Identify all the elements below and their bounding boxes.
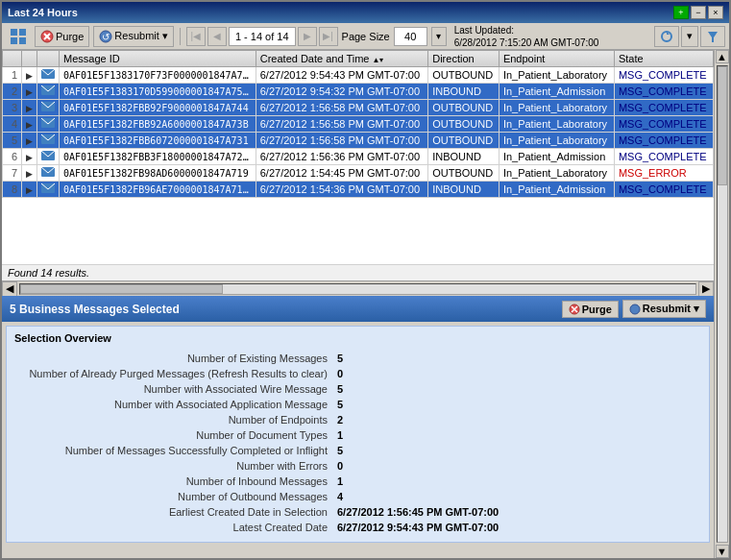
close-button[interactable]: × xyxy=(708,6,723,19)
table-row[interactable]: 2 ▶ 0AF01E5F1383170D599000001847A755-1 6… xyxy=(3,84,714,100)
table-row[interactable]: 7 ▶ 0AF01E5F1382FB98AD6000001847A719 6/2… xyxy=(3,165,714,182)
created-date-cell: 6/27/2012 1:54:36 PM GMT-07:00 xyxy=(256,182,427,198)
message-id-cell: 0AF01E5F1382FB98AD6000001847A719 xyxy=(60,165,256,182)
found-results: Found 14 results. xyxy=(2,264,714,280)
endpoint-cell: In_Patient_Laboratory xyxy=(499,133,614,149)
table-row[interactable]: 5 ▶ 0AF01E5F1382FBB6072000001847A731 6/2… xyxy=(3,133,714,149)
stat-value: 1 xyxy=(335,475,699,488)
message-id-cell: 0AF01E5F1382FBB92F9000001847A744 xyxy=(60,100,256,116)
envelope-icon xyxy=(41,150,55,161)
scroll-right-button[interactable]: ▶ xyxy=(698,281,714,297)
stats-row: Number with Associated Wire Message 5 xyxy=(16,382,699,396)
stats-row: Number of Inbound Messages 1 xyxy=(16,475,699,488)
separator-1 xyxy=(180,28,181,45)
last-updated-section: Last Updated: 6/28/2012 7:15:20 AM GMT-0… xyxy=(454,24,599,49)
page-size-apply-button[interactable]: ▾ xyxy=(431,27,447,46)
stat-value: 4 xyxy=(335,490,699,503)
v-scrollbar[interactable]: ▲ ▼ xyxy=(714,50,729,558)
col-num xyxy=(3,51,22,67)
row-expand[interactable]: ▶ xyxy=(22,84,37,100)
row-icon xyxy=(37,149,60,165)
stats-row: Number with Errors 0 xyxy=(16,459,699,473)
last-page-button[interactable]: ▶| xyxy=(319,27,338,46)
selection-header: 5 Business Messages Selected Purge xyxy=(2,296,714,322)
row-expand[interactable]: ▶ xyxy=(22,67,37,84)
direction-cell: INBOUND xyxy=(428,84,500,100)
purge-button[interactable]: Purge xyxy=(35,26,89,47)
table-row[interactable]: 1 ▶ 0AF01E5F1383170F73F0000001847A75C 6/… xyxy=(3,67,714,84)
purge-icon xyxy=(40,30,54,43)
stats-row: Number of Messages Successfully Complete… xyxy=(16,444,699,457)
scroll-left-button[interactable]: ◀ xyxy=(2,281,17,297)
page-size-label: Page Size xyxy=(342,31,390,42)
stats-row: Number of Outbound Messages 4 xyxy=(16,490,699,503)
stat-label: Number of Endpoints xyxy=(16,413,333,426)
col-icon xyxy=(37,51,60,67)
state-cell: MSG_COMPLETE xyxy=(614,133,713,149)
page-size-input[interactable] xyxy=(394,27,427,46)
selection-count-label: 5 Business Messages Selected xyxy=(10,303,180,316)
h-scroll-thumb xyxy=(20,284,223,294)
table-header-row: Message ID Created Date and Time ▲▾ Dire… xyxy=(3,51,714,67)
created-date-cell: 6/27/2012 9:54:43 PM GMT-07:00 xyxy=(256,67,427,84)
row-expand[interactable]: ▶ xyxy=(22,133,37,149)
resubmit-button[interactable]: ↺ Resubmit ▾ xyxy=(93,26,174,47)
svg-rect-2 xyxy=(11,37,17,44)
selection-overview-title: Selection Overview xyxy=(14,332,701,344)
prev-page-button[interactable]: ◀ xyxy=(207,27,227,46)
envelope-icon xyxy=(41,183,55,194)
row-num: 6 xyxy=(3,149,22,165)
next-page-button[interactable]: ▶ xyxy=(298,27,317,46)
created-date-cell: 6/27/2012 1:54:45 PM GMT-07:00 xyxy=(256,165,427,182)
table-row[interactable]: 6 ▶ 0AF01E5F1382FBB3F18000001847A72A-1 6… xyxy=(3,149,714,165)
selection-purge-button[interactable]: Purge xyxy=(562,301,619,318)
grid-view-button[interactable] xyxy=(6,26,31,47)
first-page-button[interactable]: |◀ xyxy=(186,27,206,46)
state-cell: MSG_COMPLETE xyxy=(614,116,713,133)
refresh-button[interactable] xyxy=(654,26,679,47)
dropdown-button[interactable]: ▾ xyxy=(681,26,698,47)
col-state: State xyxy=(614,51,713,67)
state-cell: MSG_COMPLETE xyxy=(614,149,713,165)
stat-label: Number of Document Types xyxy=(16,428,333,442)
created-date-cell: 6/27/2012 1:56:58 PM GMT-07:00 xyxy=(256,133,427,149)
minimize-button[interactable]: − xyxy=(691,6,706,19)
scroll-down-button[interactable]: ▼ xyxy=(716,545,729,558)
endpoint-cell: In_Patient_Laboratory xyxy=(499,165,614,182)
svg-text:↺: ↺ xyxy=(102,32,110,42)
row-expand[interactable]: ▶ xyxy=(22,116,37,133)
row-icon xyxy=(37,67,60,84)
row-icon xyxy=(37,182,60,198)
created-date-cell: 6/27/2012 1:56:58 PM GMT-07:00 xyxy=(256,116,427,133)
endpoint-cell: In_Patient_Laboratory xyxy=(499,116,614,133)
row-expand[interactable]: ▶ xyxy=(22,100,37,116)
table-row[interactable]: 4 ▶ 0AF01E5F1382FBB92A6000001847A73B 6/2… xyxy=(3,116,714,133)
row-expand[interactable]: ▶ xyxy=(22,149,37,165)
row-icon xyxy=(37,100,60,116)
h-scroll-track[interactable] xyxy=(19,283,696,295)
v-scroll-track[interactable] xyxy=(717,65,728,543)
col-direction: Direction xyxy=(428,51,500,67)
table-scroll[interactable]: Message ID Created Date and Time ▲▾ Dire… xyxy=(2,50,714,264)
h-scrollbar[interactable]: ◀ ▶ xyxy=(2,280,714,296)
selection-resubmit-button[interactable]: Resubmit ▾ xyxy=(622,300,706,318)
message-id-cell: 0AF01E5F1383170F73F0000001847A75C xyxy=(60,67,256,84)
row-expand[interactable]: ▶ xyxy=(22,165,37,182)
table-row[interactable]: 8 ▶ 0AF01E5F1382FB96AE7000001847A712-1 6… xyxy=(3,182,714,198)
filter-button[interactable] xyxy=(700,26,725,47)
table-row[interactable]: 3 ▶ 0AF01E5F1382FBB92F9000001847A744 6/2… xyxy=(3,100,714,116)
stat-label: Number of Messages Successfully Complete… xyxy=(16,444,333,457)
selection-overview: Selection Overview Number of Existing Me… xyxy=(6,326,710,543)
row-expand[interactable]: ▶ xyxy=(22,182,37,198)
stats-row: Number of Endpoints 2 xyxy=(16,413,699,426)
envelope-icon xyxy=(41,85,55,96)
scroll-up-button[interactable]: ▲ xyxy=(716,50,729,63)
svg-rect-1 xyxy=(19,29,26,36)
col-message-id[interactable]: Message ID xyxy=(60,51,256,67)
svg-rect-3 xyxy=(19,37,26,44)
add-button[interactable]: + xyxy=(673,6,689,19)
title-bar-buttons: + − × xyxy=(673,6,723,19)
sel-purge-icon xyxy=(569,304,580,315)
col-created-date[interactable]: Created Date and Time ▲▾ xyxy=(256,51,427,67)
messages-table: Message ID Created Date and Time ▲▾ Dire… xyxy=(2,50,714,198)
